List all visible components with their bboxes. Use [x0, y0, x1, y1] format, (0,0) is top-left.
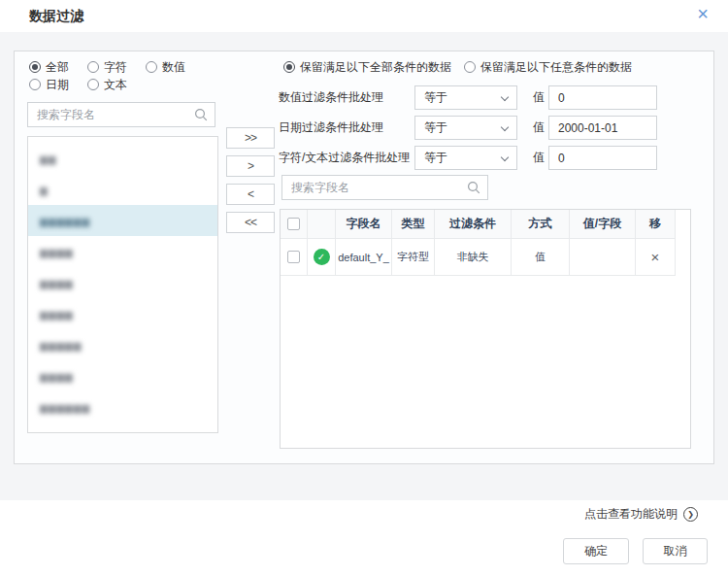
field-list: ▆▆ ▆ ▆▆▆▆▆▆ ▆▆▆▆ ▆▆▆▆ ▆▆▆▆ ▆▆▆▆▆ ▆▆▆▆ ▆▆…: [27, 136, 218, 433]
status-header-cell: [308, 210, 336, 239]
field-name-redacted: ▆▆▆▆▆▆: [40, 216, 90, 226]
radio-icon: [29, 61, 41, 73]
left-search-box: [27, 102, 215, 127]
radio-icon: [87, 79, 99, 90]
move-all-right-button[interactable]: >>: [226, 127, 275, 149]
radio-icon: [464, 61, 476, 73]
field-name-redacted: ▆▆: [40, 153, 56, 164]
selected-operator: 等于: [424, 119, 447, 136]
dialog-header: 数据过滤 ×: [0, 0, 728, 32]
radio-type-char[interactable]: 字符: [87, 60, 127, 74]
field-header: 字段名: [336, 210, 392, 239]
field-type-cell: 字符型: [392, 239, 435, 276]
list-item[interactable]: ▆▆▆▆: [28, 267, 217, 298]
condition-header: 过滤条件: [435, 210, 512, 239]
list-item[interactable]: ▆▆▆▆▆: [28, 329, 217, 360]
chevron-down-icon: [501, 93, 509, 101]
numeric-operator-select[interactable]: 等于: [414, 85, 517, 110]
date-value-label: 值: [533, 116, 545, 140]
value-field-cell[interactable]: [570, 239, 636, 276]
radio-label: 保留满足以下全部条件的数据: [300, 59, 451, 76]
right-search-input[interactable]: [282, 176, 487, 199]
row-status-cell: [308, 239, 336, 276]
radio-keep-any-condition[interactable]: 保留满足以下任意条件的数据: [464, 60, 632, 74]
help-link[interactable]: 点击查看功能说明 ❯: [584, 506, 698, 523]
field-name-redacted: ▆: [40, 185, 49, 195]
radio-label: 文本: [104, 77, 127, 93]
data-filter-dialog: 数据过滤 × 全部 字符 数值 日期 文本 ▆▆ ▆ ▆▆▆▆▆▆ ▆▆▆▆ ▆…: [0, 0, 728, 576]
radio-type-numeric[interactable]: 数值: [146, 60, 185, 74]
date-operator-select[interactable]: 等于: [414, 116, 517, 140]
remove-cell: ×: [636, 239, 676, 276]
remove-row-icon[interactable]: ×: [651, 250, 660, 264]
radio-type-date[interactable]: 日期: [29, 78, 69, 91]
row-checkbox[interactable]: [287, 251, 300, 263]
row-select-cell: [281, 239, 308, 276]
select-all-cell: [281, 210, 308, 239]
char-text-batch-label: 字符/文本过滤条件批处理: [279, 146, 410, 170]
date-value-input[interactable]: [548, 116, 657, 140]
list-item[interactable]: ▆▆▆▆: [28, 360, 217, 391]
field-name-redacted: ▆▆▆▆: [40, 247, 74, 257]
right-search-box: [281, 175, 488, 200]
radio-label: 全部: [46, 59, 69, 76]
radio-label: 字符: [104, 59, 127, 76]
numeric-batch-label: 数值过滤条件批处理: [279, 85, 383, 110]
field-name-redacted: ▆▆▆▆: [40, 309, 74, 320]
help-arrow-icon: ❯: [683, 507, 698, 522]
char-text-value-label: 值: [533, 146, 545, 170]
move-all-left-button[interactable]: <<: [226, 212, 275, 233]
dialog-title: 数据过滤: [29, 8, 83, 25]
field-name-redacted: ▆▆▆▆: [40, 278, 74, 288]
radio-icon: [283, 61, 295, 73]
mode-cell[interactable]: 值: [512, 239, 570, 276]
radio-icon: [87, 61, 99, 73]
radio-icon: [146, 61, 157, 73]
numeric-value-label: 值: [533, 85, 545, 110]
ok-button[interactable]: 确定: [563, 538, 629, 564]
radio-icon: [29, 79, 41, 90]
list-item-selected[interactable]: ▆▆▆▆▆▆: [28, 205, 217, 236]
move-right-button[interactable]: >: [226, 155, 275, 177]
conditions-table: 字段名 类型 过滤条件 方式 值/字段 移 default_Y_ 字符型 非缺失…: [280, 209, 691, 449]
list-item[interactable]: ▆: [28, 174, 217, 205]
mode-header: 方式: [512, 210, 570, 239]
help-label: 点击查看功能说明: [584, 506, 678, 523]
list-item[interactable]: ▆▆: [28, 143, 217, 174]
field-name-redacted: ▆▆▆▆: [40, 371, 74, 382]
radio-keep-all-conditions[interactable]: 保留满足以下全部条件的数据: [283, 60, 451, 74]
selected-operator: 等于: [424, 150, 447, 166]
cancel-button[interactable]: 取消: [643, 538, 708, 564]
list-item[interactable]: ▆▆▆▆: [28, 236, 217, 267]
list-item[interactable]: ▆▆▆▆▆▆: [28, 391, 217, 423]
table-header-row: 字段名 类型 过滤条件 方式 值/字段 移: [281, 210, 676, 239]
field-name-redacted: ▆▆▆▆▆: [40, 340, 82, 351]
char-text-value-input[interactable]: [548, 146, 657, 170]
radio-label: 保留满足以下任意条件的数据: [480, 59, 632, 76]
field-name-cell: default_Y_: [336, 239, 392, 276]
radio-type-all[interactable]: 全部: [29, 60, 69, 74]
field-name-redacted: ▆▆▆▆▆▆: [40, 402, 90, 413]
left-search-input[interactable]: [28, 103, 215, 126]
char-text-operator-select[interactable]: 等于: [414, 146, 517, 170]
type-header: 类型: [392, 210, 435, 239]
table-row: default_Y_ 字符型 非缺失 值 ×: [281, 239, 676, 276]
chevron-down-icon: [501, 153, 509, 161]
search-icon: [467, 181, 480, 194]
filter-condition-cell[interactable]: 非缺失: [435, 239, 512, 276]
chevron-down-icon: [501, 123, 509, 131]
radio-label: 日期: [46, 77, 69, 93]
select-all-checkbox[interactable]: [287, 218, 300, 230]
value-field-header: 值/字段: [570, 210, 636, 239]
numeric-value-input[interactable]: [548, 85, 657, 110]
move-left-button[interactable]: <: [226, 184, 275, 205]
selected-operator: 等于: [424, 89, 447, 106]
date-batch-label: 日期过滤条件批处理: [279, 116, 383, 140]
radio-type-text[interactable]: 文本: [87, 78, 127, 91]
remove-header: 移: [636, 210, 676, 239]
search-icon: [194, 108, 208, 121]
close-icon[interactable]: ×: [693, 2, 712, 25]
list-item[interactable]: ▆▆▆▆: [28, 298, 217, 329]
radio-label: 数值: [162, 59, 185, 76]
check-circle-icon: [314, 249, 330, 265]
